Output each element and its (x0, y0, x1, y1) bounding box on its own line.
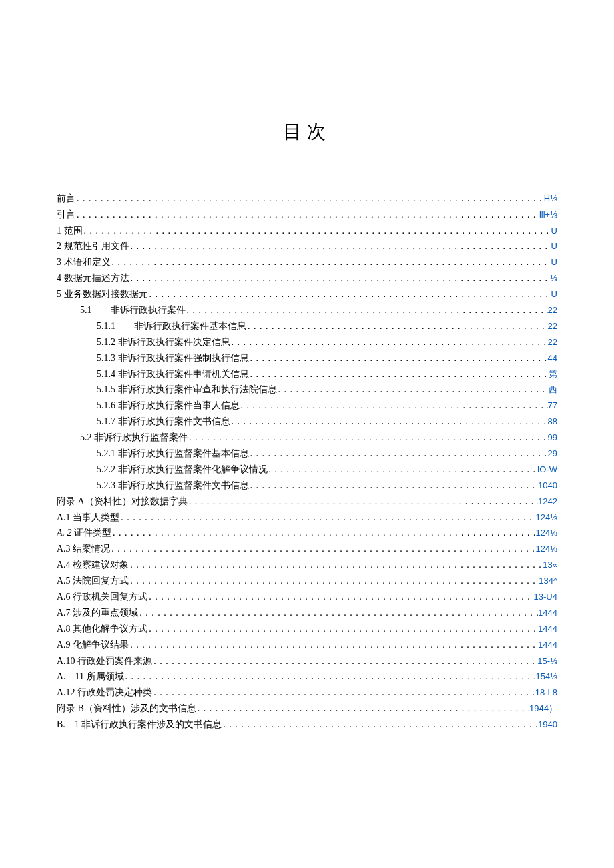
toc-entry-label: 前言 (57, 191, 75, 206)
toc-dot-leader (249, 367, 549, 382)
toc-entry-label: 5.1 非诉行政执行案件 (80, 303, 186, 318)
toc-dot-leader (111, 526, 535, 540)
toc-entry: 5.2.2 非诉行政执行监督案件化解争议情况IO-W (57, 462, 557, 477)
toc-dot-leader (119, 510, 535, 525)
toc-entry: 附录 B（资料性）涉及的文书信息1944） (57, 701, 557, 716)
toc-dot-leader (196, 701, 529, 716)
toc-entry-label: 2 规范性引用文件 (57, 239, 129, 254)
toc-dot-leader (268, 462, 537, 477)
toc-entry-label: 5.1.3 非诉行政执行案件强制执行信息 (97, 351, 249, 366)
toc-entry-label: A. 2 证件类型 (57, 526, 111, 540)
toc-entry-page[interactable]: 134^ (539, 574, 557, 588)
toc-dot-leader (188, 494, 538, 509)
toc-dot-leader (75, 191, 544, 206)
toc-entry-page[interactable]: 99 (548, 431, 557, 445)
toc-entry: A.12 行政处罚决定种类18-L8 (57, 685, 557, 700)
toc-entry-label: A.9 化解争议结果 (57, 638, 129, 653)
toc-entry: 5.1.4 非诉行政执行案件申请机关信息第 (57, 367, 557, 382)
toc-entry-page[interactable]: 13« (543, 558, 557, 572)
toc-dot-leader (138, 606, 538, 620)
toc-dot-leader (186, 303, 548, 318)
toc-dot-leader (148, 287, 551, 302)
toc-entry-page[interactable]: 22 (548, 304, 557, 318)
toc-entry-page[interactable]: U (551, 240, 557, 254)
toc-entry-page[interactable]: U (551, 224, 557, 238)
toc-entry: 引言lll+⅛ (57, 207, 557, 222)
toc-dot-leader (249, 478, 539, 493)
toc-entry-page[interactable]: 1444 (538, 606, 557, 620)
toc-entry-label: 5.1.1 非诉行政执行案件基本信息 (97, 319, 246, 334)
toc-dot-leader (152, 654, 537, 669)
toc-entry-page[interactable]: 西 (549, 383, 557, 397)
toc-entry: 1 范围U (57, 224, 557, 238)
toc-entry: A.1 当事人类型124⅛ (57, 510, 557, 525)
toc-entry-page[interactable]: 29 (548, 447, 557, 461)
toc-entry: A.4 检察建议对象13« (57, 558, 557, 572)
toc-dot-leader (246, 319, 548, 334)
toc-entry-label: 3 术语和定义 (57, 255, 111, 270)
toc-entry-page[interactable]: 77 (548, 399, 557, 413)
toc-entry-label: 5.1.4 非诉行政执行案件申请机关信息 (97, 367, 249, 382)
toc-entry-page[interactable]: 22 (548, 320, 557, 334)
toc-entry: 5.1.6 非诉行政执行案件当事人信息77 (57, 398, 557, 413)
toc-entry: 3 术语和定义U (57, 255, 557, 270)
toc-dot-leader (249, 446, 548, 461)
toc-entry-page[interactable]: 1444 (538, 622, 557, 636)
toc-entry-label: A.12 行政处罚决定种类 (57, 685, 152, 700)
toc-entry-page[interactable]: 1444 (538, 638, 557, 653)
toc-entry-page[interactable]: 124⅛ (535, 542, 557, 556)
toc-entry: A. 11 所属领域154⅛ (57, 669, 557, 684)
page-title: 目次 (57, 119, 557, 145)
toc-entry-label: A. 11 所属领域 (57, 669, 124, 684)
toc-entry: 5.1.1 非诉行政执行案件基本信息22 (57, 319, 557, 334)
toc-dot-leader (129, 558, 543, 572)
toc-entry-page[interactable]: U (551, 288, 557, 302)
toc-entry: A.9 化解争议结果1444 (57, 638, 557, 653)
toc-entry: A. 2 证件类型124⅛ (57, 526, 557, 540)
toc-entry-page[interactable]: 18-L8 (535, 686, 557, 700)
toc-entry-page[interactable]: 88 (548, 415, 557, 429)
toc-entry-page[interactable]: 124⅛ (535, 526, 557, 540)
toc-dot-leader (147, 590, 533, 604)
toc-entry: A.7 涉及的重点领域1444 (57, 606, 557, 620)
toc-entry-page[interactable]: 22 (548, 336, 557, 350)
toc-entry-page[interactable]: 124⅛ (535, 511, 557, 525)
toc-entry-page[interactable]: 1242 (538, 495, 557, 509)
toc-entry: 5.2.1 非诉行政执行监督案件基本信息29 (57, 446, 557, 461)
toc-entry-label: 5.1.6 非诉行政执行案件当事人信息 (97, 398, 240, 413)
toc-entry-label: A.3 结案情况 (57, 542, 110, 556)
toc-entry-page[interactable]: H⅛ (544, 192, 557, 206)
toc-entry-page[interactable]: ⅛ (550, 272, 557, 286)
toc-entry-label: 附录 A（资料性）对接数据字典 (57, 494, 188, 509)
toc-entry-page[interactable]: U (551, 256, 557, 270)
toc-entry-page[interactable]: IO-W (537, 463, 557, 477)
toc-entry-label: A.5 法院回复方式 (57, 574, 129, 588)
toc-entry-label: 5 业务数据对接数据元 (57, 287, 148, 302)
toc-entry-label: A.7 涉及的重点领域 (57, 606, 138, 620)
table-of-contents: 前言H⅛引言lll+⅛1 范围U2 规范性引用文件U3 术语和定义U4 数据元描… (57, 191, 557, 733)
toc-entry: 5 业务数据对接数据元U (57, 287, 557, 302)
toc-dot-leader (188, 430, 548, 445)
toc-entry: 附录 A（资料性）对接数据字典1242 (57, 494, 557, 509)
toc-entry-page[interactable]: 1944） (529, 702, 557, 716)
toc-entry-label: B. 1 非诉行政执行案件涉及的文书信息 (57, 717, 222, 732)
toc-entry-page[interactable]: 154⅛ (535, 670, 557, 684)
toc-entry-page[interactable]: 13-U4 (534, 590, 557, 604)
toc-entry-page[interactable]: 1940 (538, 718, 557, 732)
toc-dot-leader (129, 574, 539, 588)
toc-entry-page[interactable]: 第 (549, 368, 557, 382)
toc-entry: 4 数据元描述方法⅛ (57, 271, 557, 286)
toc-entry: A.10 行政处罚案件来源15-⅛ (57, 654, 557, 669)
toc-entry: 5.1 非诉行政执行案件22 (57, 303, 557, 318)
toc-entry-page[interactable]: 15-⅛ (537, 655, 557, 669)
toc-dot-leader (110, 542, 535, 556)
toc-entry-label: 5.2 非诉行政执行监督案件 (80, 430, 188, 445)
toc-dot-leader (147, 622, 538, 636)
toc-entry-label: 5.1.5 非诉行政执行案件审查和执行法院信息 (97, 382, 277, 397)
toc-entry-label: 5.1.2 非诉行政执行案件决定信息 (97, 335, 230, 350)
toc-entry-page[interactable]: 44 (548, 352, 557, 366)
toc-entry-page[interactable]: 1040 (538, 479, 557, 493)
toc-entry-page[interactable]: lll+⅛ (539, 208, 557, 222)
toc-entry-label: 5.2.3 非诉行政执行监督案件文书信息 (97, 478, 249, 493)
toc-dot-leader (222, 717, 538, 732)
